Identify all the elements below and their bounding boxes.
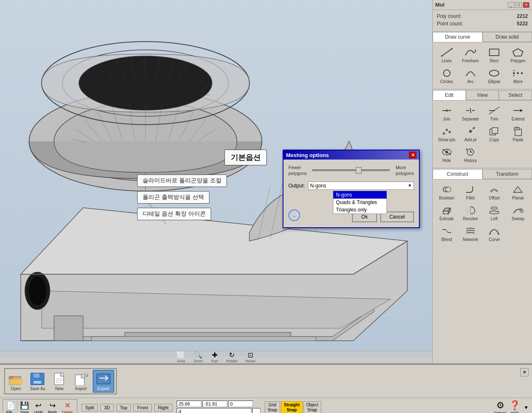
top-button[interactable]: Top	[116, 404, 131, 411]
draw-tab-group: Draw curve Draw solid	[433, 32, 532, 42]
tool-blend[interactable]: Blend	[435, 224, 458, 243]
help-button[interactable]: ❓ Help	[509, 400, 520, 413]
tool-sweep[interactable]: Sweep	[507, 203, 530, 223]
svg-point-67	[469, 130, 472, 133]
minimize-button[interactable]: _	[508, 2, 515, 8]
tool-offset[interactable]: Offset	[483, 182, 506, 202]
output-dropdown[interactable]: N-gons ▼	[308, 182, 414, 190]
coord-input2[interactable]	[252, 408, 261, 413]
close-button[interactable]: ✕	[523, 2, 530, 8]
expand-bottom-button[interactable]: ▼	[523, 404, 530, 411]
save-as-button[interactable]: Save As	[27, 371, 48, 392]
tab-draw-curve[interactable]: Draw curve	[433, 32, 483, 42]
delete-button[interactable]: ✕ Delete	[59, 401, 75, 413]
tool-planar[interactable]: Planar	[507, 182, 530, 202]
option-ngons[interactable]: N-gons	[333, 191, 387, 199]
svg-point-54	[517, 72, 519, 74]
viewport-3d[interactable]: 3D	[0, 0, 432, 363]
tool-trim[interactable]: Trim	[483, 103, 506, 123]
straight-snap-button[interactable]: StraightSnap	[281, 401, 303, 413]
tab-draw-solid[interactable]: Draw solid	[483, 32, 532, 42]
tool-curve-construct[interactable]: Curve	[483, 224, 506, 243]
expand-button[interactable]: ⌄	[288, 209, 300, 221]
tool-extrude[interactable]: Extrude	[435, 203, 458, 223]
pan-tool[interactable]: ✚ Pan	[209, 350, 220, 363]
front-button[interactable]: Front	[133, 404, 152, 411]
import-button[interactable]: Import	[71, 371, 91, 392]
3d-button[interactable]: 3D	[100, 404, 113, 411]
new-button[interactable]: New	[49, 371, 69, 392]
svg-point-88	[490, 211, 499, 214]
redo-button[interactable]: ↪ Redo	[46, 401, 60, 413]
rotate-tool[interactable]: ↻ Rotate	[224, 350, 240, 363]
tool-more-curve-label: More	[513, 79, 523, 84]
tool-lines[interactable]: Lines	[435, 45, 458, 65]
dialog-close-button[interactable]: ✕	[409, 152, 416, 158]
tool-hide[interactable]: Hide	[435, 145, 458, 165]
option-quads[interactable]: Quads & Triangles	[333, 199, 387, 206]
svg-rect-75	[516, 127, 518, 129]
options-button[interactable]: ⚙ Options	[494, 400, 507, 413]
undo-button[interactable]: ↩ Undo	[32, 401, 46, 413]
tool-polygon[interactable]: Polygon	[507, 45, 530, 65]
tool-add-pt[interactable]: Add pt	[459, 124, 482, 144]
tool-revolve[interactable]: Revolve	[459, 203, 482, 223]
tool-ellipse-label: Ellipse	[488, 79, 500, 84]
option-triangles[interactable]: Triangles only	[333, 206, 387, 214]
tool-curve-label: Curve	[489, 237, 500, 242]
svg-line-59	[470, 108, 471, 113]
tool-copy[interactable]: Copy	[483, 124, 506, 144]
tab-view[interactable]: View	[466, 90, 499, 100]
tool-arc[interactable]: Arc	[459, 66, 482, 86]
coord-x: 25.66	[177, 401, 202, 407]
area-tool[interactable]: ⬜ Area	[174, 350, 187, 363]
export-button[interactable]: Export	[93, 370, 114, 393]
tool-blend-label: Blend	[441, 237, 452, 242]
annotation-slide: 슬라이드바로 폴리곤양을 조절	[137, 175, 227, 187]
split-button[interactable]: Split	[81, 404, 98, 411]
draw-curve-tools: Lines Freeform Rect	[433, 42, 532, 88]
object-snap-button[interactable]: ObjectSnap	[303, 401, 321, 413]
point-count-value: 5222	[517, 21, 528, 27]
tool-join[interactable]: Join	[435, 103, 458, 123]
zoom-tool[interactable]: 🔍 Zoom	[191, 350, 205, 363]
annotation-title: 기본옵션	[224, 150, 267, 165]
tool-arc-label: Arc	[467, 79, 473, 84]
tool-network[interactable]: Network	[459, 224, 482, 243]
tab-select[interactable]: Select	[499, 90, 532, 100]
tool-extend[interactable]: Extend	[507, 103, 530, 123]
pan-label: Pan	[211, 359, 218, 363]
tab-edit[interactable]: Edit	[433, 90, 466, 100]
right-button[interactable]: Right	[154, 404, 172, 411]
tab-construct[interactable]: Construct	[433, 169, 483, 179]
tool-show-pts[interactable]: Show pts	[435, 124, 458, 144]
tool-ellipse[interactable]: Ellipse	[483, 66, 506, 86]
tool-separate[interactable]: Separate	[459, 103, 482, 123]
tool-fillet[interactable]: Fillet	[459, 182, 482, 202]
tool-extend-label: Extend	[512, 117, 525, 121]
rotate-label: Rotate	[226, 359, 237, 363]
tool-history[interactable]: History	[459, 145, 482, 165]
tab-transform[interactable]: Transform	[483, 169, 532, 179]
tool-loft[interactable]: Loft	[483, 203, 506, 223]
svg-rect-96	[33, 373, 40, 378]
reset-tool[interactable]: ⊡ Reset	[243, 350, 258, 363]
tool-circles[interactable]: Circles	[435, 66, 458, 86]
tool-freeform[interactable]: Freeform	[459, 45, 482, 65]
tool-paste-label: Paste	[513, 138, 524, 142]
coord-input[interactable]: d	[177, 408, 251, 413]
tool-boolean[interactable]: Boolean	[435, 182, 458, 202]
file-label[interactable]: 📄 File	[5, 401, 17, 413]
maximize-button[interactable]: □	[515, 2, 522, 8]
tool-rect[interactable]: Rect	[483, 45, 506, 65]
grid-snap-button[interactable]: GridSnap	[265, 401, 280, 413]
svg-point-93	[498, 233, 500, 235]
file-toolbar-close[interactable]: ✕	[520, 368, 529, 376]
dialog-title-bar[interactable]: Meshing options ✕	[283, 150, 419, 160]
save-quick-button[interactable]: 💾 Save	[17, 401, 32, 413]
svg-rect-102	[75, 375, 84, 386]
slider-thumb[interactable]	[356, 167, 362, 174]
tool-more-curve[interactable]: More	[507, 66, 530, 86]
open-button[interactable]: Open	[6, 371, 26, 392]
tool-paste[interactable]: Paste	[507, 124, 530, 144]
